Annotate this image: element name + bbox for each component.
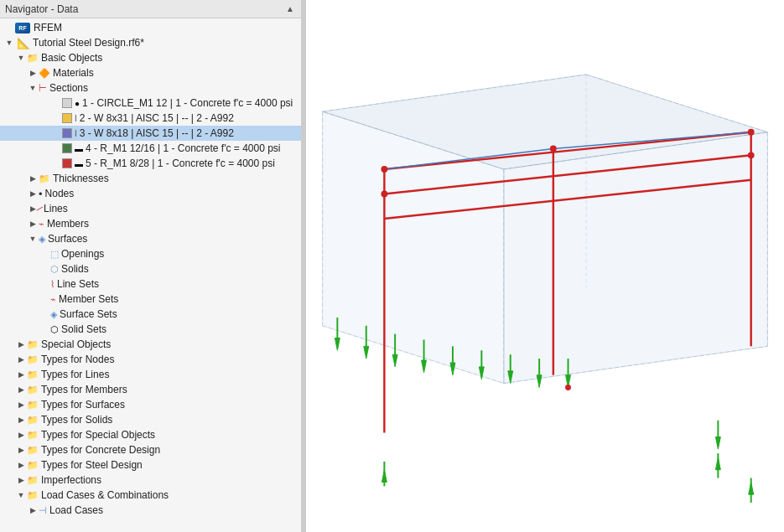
tree-types-surfaces[interactable]: ▶ 📁 Types for Surfaces [0,397,301,412]
types-surfaces-label: Types for Surfaces [41,399,125,411]
tree-solidsets[interactable]: ⬡ Solid Sets [0,322,301,337]
expand-thicknesses[interactable]: ▶ [27,174,39,183]
tree-solids[interactable]: ⬡ Solids [0,261,301,276]
nav-tree: RF RFEM ▼ 📐 Tutorial Steel Design.rf6* ▼… [0,18,301,532]
sec2-label: 2 - W 8x31 | AISC 15 | -- | 2 - A992 [80,112,234,124]
tree-linesets[interactable]: ⌇ Line Sets [0,276,301,292]
tree-nodes[interactable]: ▶ • Nodes [0,186,301,201]
loadcases-comb-label: Load Cases & Combinations [41,489,169,501]
expand-project[interactable]: ▼ [3,39,15,47]
tree-basic-objects[interactable]: ▼ 📁 Basic Objects [0,50,301,65]
sec3-color [62,128,72,138]
tree-loadcases[interactable]: ▶ ⊣ Load Cases [0,503,301,518]
expand-types-lines[interactable]: ▶ [15,370,27,379]
tree-members[interactable]: ▶ ⌁ Members [0,216,301,231]
tree-types-steel[interactable]: ▶ 📁 Types for Steel Design [0,457,301,473]
folder-icon-tconcrete: 📁 [27,445,39,456]
types-solids-label: Types for Solids [41,414,112,426]
tree-sections[interactable]: ▼ ⊢ Sections [0,80,301,96]
tree-types-special[interactable]: ▶ 📁 Types for Special Objects [0,427,301,442]
types-steel-label: Types for Steel Design [41,459,143,471]
navigator-header: Navigator - Data ▲ [0,0,301,18]
folder-icon-loadcomb: 📁 [27,490,39,501]
solids-label: Solids [61,263,89,275]
expand-types-solids[interactable]: ▶ [15,416,27,424]
tree-openings[interactable]: ⬚ Openings [0,246,301,261]
rfem-logo-icon: RF [15,23,30,34]
types-members-label: Types for Members [41,384,127,395]
tree-section-4[interactable]: ▬ 4 - R_M1 12/16 | 1 - Concrete f'c = 40… [0,141,301,156]
folder-icon-tmembers: 📁 [27,385,39,395]
materials-icon: 🔶 [39,68,50,79]
members-label: Members [47,218,89,230]
solidsets-label: Solid Sets [61,323,106,335]
expand-types-special[interactable]: ▶ [15,431,27,439]
navigator-scroll-up[interactable]: ▲ [284,4,296,13]
tree-loadcases-comb[interactable]: ▼ 📁 Load Cases & Combinations [0,488,301,503]
solids-icon: ⬡ [50,264,59,275]
expand-types-concrete[interactable]: ▶ [15,446,27,454]
tree-section-3[interactable]: I 3 - W 8x18 | AISC 15 | -- | 2 - A992 [0,126,301,141]
tree-materials[interactable]: ▶ 🔶 Materials [0,65,301,80]
sec2-color [62,113,72,123]
expand-materials[interactable]: ▶ [27,69,39,77]
navigator-title: Navigator - Data [5,3,78,15]
sec1-label: 1 - CIRCLE_M1 12 | 1 - Concrete f'c = 40… [82,97,293,109]
sec5-color [62,158,72,168]
sec3-label: 3 - W 8x18 | AISC 15 | -- | 2 - A992 [80,127,234,139]
expand-types-steel[interactable]: ▶ [15,461,27,469]
svg-point-26 [748,152,755,158]
imperfections-label: Imperfections [41,474,101,486]
folder-icon-special: 📁 [27,339,39,350]
membersets-label: Member Sets [59,293,118,305]
expand-surfaces[interactable]: ▼ [27,235,39,243]
tree-rfem-root[interactable]: RF RFEM [0,20,301,35]
tree-section-2[interactable]: I 2 - W 8x31 | AISC 15 | -- | 2 - A992 [0,111,301,126]
sec4-label: 4 - R_M1 12/16 | 1 - Concrete f'c = 4000… [86,142,281,154]
tree-types-lines[interactable]: ▶ 📁 Types for Lines [0,367,301,382]
tree-surfaces[interactable]: ▼ ◈ Surfaces [0,231,301,246]
expand-types-surfaces[interactable]: ▶ [15,400,27,409]
expand-members[interactable]: ▶ [27,220,39,228]
folder-icon-basic: 📁 [27,53,39,64]
tree-surfacesets[interactable]: ◈ Surface Sets [0,307,301,322]
tree-section-5[interactable]: ▬ 5 - R_M1 8/28 | 1 - Concrete f'c = 400… [0,156,301,171]
tree-thicknesses[interactable]: ▶ 📁 Thicknesses [0,171,301,186]
basic-objects-label: Basic Objects [41,52,102,64]
tree-imperfections[interactable]: ▶ 📁 Imperfections [0,473,301,488]
sections-label: Sections [49,82,88,94]
loadcases-icon: ⊣ [39,505,47,516]
tree-types-concrete[interactable]: ▶ 📁 Types for Concrete Design [0,442,301,457]
rfem-logo-text: RF [18,25,26,31]
surfacesets-label: Surface Sets [60,308,117,320]
sec4-color [62,143,72,153]
expand-loadcases[interactable]: ▶ [27,506,39,514]
expand-loadcases-comb[interactable]: ▼ [15,491,27,499]
expand-basic-objects[interactable]: ▼ [15,54,27,62]
expand-types-nodes[interactable]: ▶ [15,355,27,364]
svg-point-23 [550,146,557,152]
surfaces-label: Surfaces [48,233,87,245]
tree-special-objects[interactable]: ▶ 📁 Special Objects [0,337,301,352]
expand-types-members[interactable]: ▶ [15,385,27,394]
expand-nodes[interactable]: ▶ [27,189,39,198]
expand-sections[interactable]: ▼ [27,84,39,92]
rfem-label: RFEM [34,22,62,34]
tree-types-solids[interactable]: ▶ 📁 Types for Solids [0,412,301,427]
expand-imperfections[interactable]: ▶ [15,476,27,484]
types-special-label: Types for Special Objects [41,429,155,441]
tree-project[interactable]: ▼ 📐 Tutorial Steel Design.rf6* [0,35,301,50]
tree-membersets[interactable]: ⌁ Member Sets [0,292,301,307]
openings-label: Openings [61,248,104,260]
tree-types-nodes[interactable]: ▶ 📁 Types for Nodes [0,352,301,367]
nodes-label: Nodes [45,188,75,199]
tree-section-1[interactable]: ● 1 - CIRCLE_M1 12 | 1 - Concrete f'c = … [0,96,301,111]
tree-types-members[interactable]: ▶ 📁 Types for Members [0,382,301,397]
viewport-3d[interactable] [306,0,784,532]
svg-point-22 [381,166,387,173]
expand-special[interactable]: ▶ [15,340,27,349]
tree-lines[interactable]: ▶ / Lines [0,201,301,216]
thicknesses-label: Thicknesses [53,173,109,184]
rect-icon-4: ▬ [75,144,83,153]
types-lines-label: Types for Lines [41,369,109,380]
